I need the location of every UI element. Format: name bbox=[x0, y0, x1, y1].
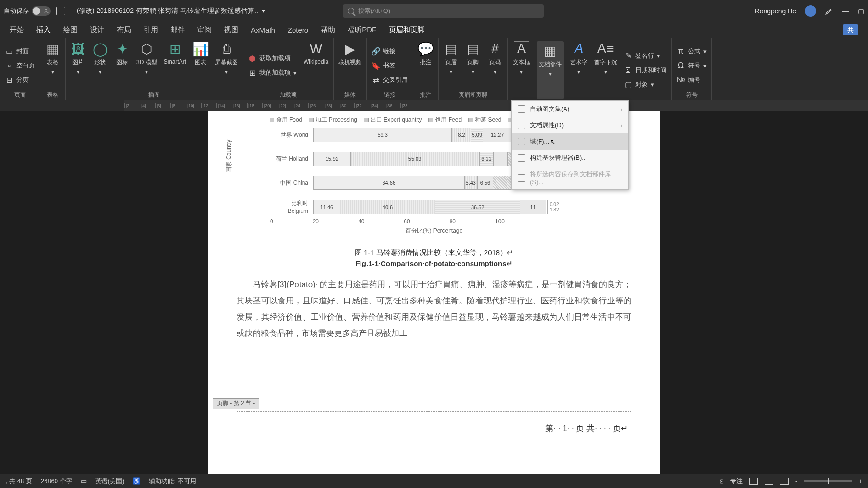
status-language[interactable]: 英语(美国) bbox=[95, 477, 124, 486]
status-words[interactable]: 26860 个字 bbox=[41, 477, 72, 486]
tab-foxit[interactable]: 福昕PDF bbox=[348, 25, 376, 34]
avatar[interactable] bbox=[805, 5, 816, 17]
quickparts-dropdown: 自动图文集(A)› 文档属性(D)› 域(F)... 构建基块管理器(B)...… bbox=[511, 100, 629, 190]
3dmodel-button[interactable]: ⬡3D 模型▾ bbox=[136, 41, 157, 90]
object-button[interactable]: ▢对象 ▾ bbox=[624, 78, 666, 91]
footer-section-label[interactable]: 页脚 - 第 2 节 - bbox=[213, 398, 259, 409]
dd-blocks[interactable]: 构建基块管理器(B)... bbox=[512, 150, 628, 166]
quickparts-button[interactable]: ▦文档部件▾ bbox=[537, 41, 564, 99]
search-placeholder: 搜索(Alt+Q) bbox=[358, 7, 391, 15]
header-button[interactable]: ▤页眉▾ bbox=[443, 41, 459, 90]
pictures-button[interactable]: 🖼图片▾ bbox=[70, 41, 86, 90]
group-label-symbols: 符号 bbox=[676, 90, 707, 99]
number-icon: № bbox=[676, 76, 685, 84]
tab-start[interactable]: 开始 bbox=[10, 25, 24, 34]
chart-button[interactable]: 📊图表 bbox=[193, 41, 208, 90]
cover-page-button[interactable]: ▭封面 bbox=[5, 45, 35, 57]
tab-layout[interactable]: 布局 bbox=[117, 25, 131, 34]
pen-icon[interactable] bbox=[825, 7, 834, 15]
icons-button[interactable]: ✦图标 bbox=[114, 41, 130, 90]
pagenum-button[interactable]: #页码▾ bbox=[487, 41, 503, 90]
bookmark-button[interactable]: 🔖书签 bbox=[372, 59, 408, 72]
wikipedia-button[interactable]: WWikipedia bbox=[304, 41, 328, 90]
tab-mailings[interactable]: 邮件 bbox=[170, 25, 185, 34]
get-addins-button[interactable]: ⬢获取加载项 bbox=[248, 52, 297, 65]
symbol-button[interactable]: Ω符号 ▾ bbox=[676, 59, 707, 72]
dd-save-selection: 将所选内容保存到文档部件库(S)... bbox=[512, 166, 628, 189]
page-break-button[interactable]: ⊟分页 bbox=[5, 74, 35, 86]
shapes-icon: ◯ bbox=[92, 41, 108, 56]
print-layout-button[interactable] bbox=[765, 478, 773, 485]
number-button[interactable]: №编号 bbox=[676, 74, 707, 86]
footer-icon: ▤ bbox=[465, 41, 481, 56]
shapes-button[interactable]: ◯形状▾ bbox=[92, 41, 108, 90]
dd-docprops[interactable]: 文档属性(D)› bbox=[512, 117, 628, 133]
tab-zotero[interactable]: Zotero bbox=[288, 26, 308, 34]
footer-button[interactable]: ▤页脚▾ bbox=[465, 41, 481, 90]
doc-title[interactable]: (修改) 2018906102-何荣鹏-张菊清-马铃薯生理参数遥感估算... ▾ bbox=[77, 7, 265, 15]
zoom-slider[interactable] bbox=[804, 480, 852, 482]
tab-references[interactable]: 引用 bbox=[144, 25, 158, 34]
footer-area[interactable]: 第· · 1· · 页 共· · · · 页↵ bbox=[237, 411, 631, 474]
user-name[interactable]: Rongpeng He bbox=[755, 7, 796, 15]
group-illustrations: 🖼图片▾ ◯形状▾ ✦图标 ⬡3D 模型▾ ⊞SmartArt 📊图表 ⎙屏幕截… bbox=[66, 38, 243, 100]
body-paragraph[interactable]: 马铃薯[3](Potato)· 的主要用途是药用，可以用于治疗胃痛、痈肿、湿疹等… bbox=[208, 268, 660, 342]
save-icon[interactable] bbox=[56, 7, 65, 15]
zoom-out-button[interactable]: - bbox=[795, 477, 797, 485]
share-button[interactable]: 共 bbox=[843, 24, 858, 35]
status-focus[interactable]: 专注 bbox=[730, 477, 743, 486]
save-sel-icon bbox=[518, 174, 525, 182]
tab-help[interactable]: 帮助 bbox=[321, 25, 335, 34]
tab-insert[interactable]: 插入 bbox=[36, 25, 51, 34]
dropcap-button[interactable]: A≡首字下沉▾ bbox=[594, 41, 617, 99]
tab-header-footer[interactable]: 页眉和页脚 bbox=[389, 25, 425, 34]
figure-caption-cn: 图 1-1 马铃薯消费情况比较（李文华等，2018）↵ bbox=[208, 248, 660, 257]
status-accessibility[interactable]: 辅助功能: 不可用 bbox=[149, 477, 196, 486]
tab-draw[interactable]: 绘图 bbox=[63, 25, 78, 34]
search-input[interactable]: 搜索(Alt+Q) bbox=[343, 4, 544, 18]
document-area[interactable]: 食用 Food 加工 Processing 出口 Export quantity… bbox=[0, 111, 868, 474]
screenshot-button[interactable]: ⎙屏幕截图▾ bbox=[215, 41, 238, 90]
group-comments: 💬批注 批注 bbox=[413, 38, 439, 100]
minimize-button[interactable]: — bbox=[842, 8, 849, 14]
comment-button[interactable]: 💬批注 bbox=[418, 41, 433, 90]
equation-button[interactable]: π公式 ▾ bbox=[676, 45, 707, 57]
status-lang-icon: ▭ bbox=[81, 477, 87, 485]
tab-review[interactable]: 审阅 bbox=[197, 25, 212, 34]
table-button[interactable]: ▦表格▾ bbox=[45, 41, 60, 90]
web-layout-button[interactable] bbox=[780, 478, 789, 485]
ruler[interactable]: |2||4||6||8||10||12||14||16||18||20||22|… bbox=[0, 100, 868, 111]
wordart-icon: A bbox=[571, 41, 586, 56]
dd-field[interactable]: 域(F)... bbox=[512, 133, 628, 150]
blank-page-button[interactable]: ▫空白页 bbox=[5, 59, 35, 72]
tab-view[interactable]: 视图 bbox=[224, 25, 238, 34]
icons-icon: ✦ bbox=[114, 41, 130, 56]
smartart-button[interactable]: ⊞SmartArt bbox=[164, 41, 186, 90]
read-mode-button[interactable] bbox=[749, 478, 758, 485]
tab-axmath[interactable]: AxMath bbox=[251, 26, 275, 34]
zoom-in-button[interactable]: + bbox=[858, 477, 862, 485]
online-video-button[interactable]: ▶联机视频 bbox=[338, 41, 361, 90]
comment-icon: 💬 bbox=[418, 41, 433, 56]
my-addins-button[interactable]: ⊞我的加载项 ▾ bbox=[248, 67, 297, 79]
wordart-button[interactable]: A艺术字▾ bbox=[570, 41, 587, 99]
symbol-icon: Ω bbox=[676, 61, 685, 70]
datetime-button[interactable]: 🗓日期和时间 bbox=[624, 64, 666, 77]
link-button[interactable]: 🔗链接 bbox=[372, 45, 408, 57]
title-bar: 自动保存 关 (修改) 2018906102-何荣鹏-张菊清-马铃薯生理参数遥感… bbox=[0, 0, 868, 22]
group-label-pages: 页面 bbox=[5, 90, 35, 99]
crossref-button[interactable]: ⇄交叉引用 bbox=[372, 74, 408, 86]
status-pages[interactable]: , 共 48 页 bbox=[6, 477, 32, 486]
page-number-text[interactable]: 第· · 1· · 页 共· · · · 页↵ bbox=[237, 423, 631, 434]
legend-item: 加工 Processing bbox=[309, 116, 357, 124]
dd-autotext[interactable]: 自动图文集(A)› bbox=[512, 101, 628, 117]
toggle-switch[interactable]: 关 bbox=[32, 6, 51, 16]
legend-item: 食用 Food bbox=[270, 116, 303, 124]
signature-button[interactable]: ✎签名行 ▾ bbox=[624, 50, 666, 62]
textbox-button[interactable]: A文本框▾ bbox=[513, 41, 530, 99]
autosave-toggle[interactable]: 自动保存 关 bbox=[4, 6, 51, 16]
tab-design[interactable]: 设计 bbox=[90, 25, 104, 34]
maximize-button[interactable]: ▢ bbox=[857, 8, 864, 14]
wikipedia-icon: W bbox=[308, 41, 324, 56]
group-pages: ▭封面 ▫空白页 ⊟分页 页面 bbox=[0, 38, 40, 100]
